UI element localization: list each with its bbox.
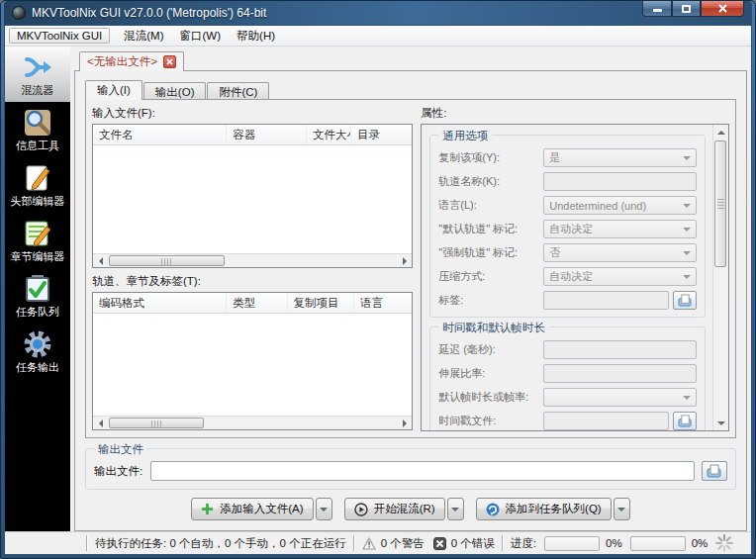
sidebar-item-job-output[interactable]: 任务输出 xyxy=(5,324,70,379)
scroll-thumb[interactable] xyxy=(109,418,204,428)
start-muxing-button[interactable]: 开始混流(R) xyxy=(344,498,445,520)
tags-field[interactable] xyxy=(543,291,669,310)
tab-close-button[interactable] xyxy=(163,55,176,68)
forced-track-flag-label: "强制轨道" 标记: xyxy=(438,245,543,260)
menu-help[interactable]: 帮助(H) xyxy=(229,27,283,46)
add-to-job-queue-button[interactable]: 添加到任务队列(Q) xyxy=(476,498,612,520)
warnings-count: 0 个警告 xyxy=(381,536,425,551)
tab-input[interactable]: 输入(I) xyxy=(85,80,142,100)
default-track-flag-label: "默认轨道" 标记: xyxy=(438,222,543,236)
input-tab-pane: 输入文件(F): 文件名 容器 文件大小 目录 xyxy=(85,99,736,438)
sidebar-item-chapter-editor[interactable]: 章节编辑器 xyxy=(5,213,70,268)
tracks-label: 轨道、章节及标签(T): xyxy=(92,274,413,289)
delay-field[interactable] xyxy=(543,340,697,359)
maximize-button[interactable] xyxy=(672,1,701,17)
timestamp-file-browse-button[interactable] xyxy=(673,412,697,430)
close-icon xyxy=(166,58,173,65)
app-window: MKVToolNix GUI v27.0.0 ('Metropolis') 64… xyxy=(0,0,756,559)
compression-label: 压缩方式: xyxy=(438,269,543,284)
language-select[interactable]: Undetermined (und) xyxy=(543,196,697,215)
files-table-header: 文件名 容器 文件大小 目录 xyxy=(93,125,412,145)
header-editor-icon xyxy=(22,162,53,194)
copy-item-select[interactable]: 是 xyxy=(543,148,697,167)
chevron-down-icon xyxy=(683,275,691,279)
busy-spinner-icon xyxy=(715,534,733,552)
scroll-right-button[interactable] xyxy=(397,254,412,267)
sidebar-item-multiplexer[interactable]: 混流器 xyxy=(5,47,70,102)
scroll-right-button[interactable] xyxy=(397,417,412,429)
input-files-label: 输入文件(F): xyxy=(92,106,413,121)
tab-attachments[interactable]: 附件(C) xyxy=(207,82,269,100)
copy-item-label: 复制该项(Y): xyxy=(438,150,543,165)
tracks-table-body[interactable] xyxy=(93,314,412,416)
scroll-track[interactable] xyxy=(108,254,397,267)
scroll-left-button[interactable] xyxy=(93,417,108,429)
sidebar-label: 混流器 xyxy=(6,84,69,96)
progress-label: 进度: xyxy=(511,536,536,551)
input-files-table: 文件名 容器 文件大小 目录 xyxy=(92,124,413,268)
menubar: MKVToolNix GUI 混流(M) 窗口(W) 帮助(H) xyxy=(5,26,751,47)
output-file-browse-button[interactable] xyxy=(702,461,727,481)
start-muxing-menu-button[interactable] xyxy=(447,498,464,520)
col-file-name[interactable]: 文件名 xyxy=(93,125,227,144)
sidebar-item-job-queue[interactable]: 任务队列 xyxy=(5,268,70,324)
sidebar-item-header-editor[interactable]: 头部编辑器 xyxy=(5,157,70,213)
menu-window[interactable]: 窗口(W) xyxy=(172,27,230,46)
col-codec[interactable]: 编码格式 xyxy=(93,293,227,313)
col-copy-item[interactable]: 复制项目 xyxy=(288,293,355,313)
stretch-field[interactable] xyxy=(543,364,697,383)
output-file-label: 输出文件: xyxy=(94,464,142,479)
chapter-editor-icon xyxy=(22,218,53,249)
add-source-files-button[interactable]: 添加输入文件(A) xyxy=(191,498,313,520)
add-source-files-menu-button[interactable] xyxy=(316,498,332,520)
tab-no-output-file[interactable]: <无输出文件> xyxy=(79,51,184,71)
group-title: 输出文件 xyxy=(94,442,147,457)
output-file-group: 输出文件 输出文件: xyxy=(85,448,736,490)
files-table-body[interactable] xyxy=(93,145,412,253)
stretch-label: 伸展比率: xyxy=(438,366,543,381)
statusbar-separator xyxy=(353,535,355,551)
pending-jobs-status: 待执行的任务: 0 个自动，0 个手动，0 个正在运行 xyxy=(95,536,346,551)
file-browse-icon xyxy=(678,294,693,307)
scroll-track[interactable] xyxy=(108,417,397,429)
close-button[interactable] xyxy=(701,1,744,17)
default-duration-select[interactable] xyxy=(543,388,697,407)
chevron-down-icon xyxy=(683,251,691,255)
tags-browse-button[interactable] xyxy=(673,291,697,310)
timestamp-file-field[interactable] xyxy=(543,412,669,430)
sidebar-label: 信息工具 xyxy=(6,140,69,151)
action-buttons: 添加输入文件(A) 开始混流(R) xyxy=(85,498,736,520)
statusbar-separator xyxy=(502,535,504,551)
default-track-flag-select[interactable]: 自动决定 xyxy=(543,220,697,238)
errors-count: 0 个错误 xyxy=(451,536,495,551)
chevron-down-icon xyxy=(683,396,691,400)
merge-inner-tabs: 输入(I) 输出(O) 附件(C) xyxy=(85,79,736,99)
error-icon xyxy=(433,537,446,550)
scroll-up-button[interactable] xyxy=(713,125,728,140)
progress-bar-current xyxy=(544,536,600,551)
minimize-button[interactable] xyxy=(642,1,672,17)
output-file-input[interactable] xyxy=(150,461,695,481)
add-to-job-queue-menu-button[interactable] xyxy=(614,498,630,520)
scroll-thumb[interactable] xyxy=(109,255,225,266)
tags-label: 标签: xyxy=(438,293,543,308)
chevron-down-icon xyxy=(617,508,625,512)
compression-select[interactable]: 自动决定 xyxy=(543,267,697,286)
scroll-down-button[interactable] xyxy=(713,416,728,430)
tracks-table-header: 编码格式 类型 复制项目 语言 xyxy=(93,293,412,314)
sidebar-item-info-tool[interactable]: 信息工具 xyxy=(5,102,70,157)
scroll-left-button[interactable] xyxy=(93,254,108,267)
col-language[interactable]: 语言 xyxy=(354,293,412,313)
col-container[interactable]: 容器 xyxy=(227,125,307,144)
track-name-field[interactable] xyxy=(543,172,697,191)
menu-multiplexer[interactable]: 混流(M) xyxy=(116,27,171,46)
menu-mkvtoolnix-gui[interactable]: MKVToolNix GUI xyxy=(9,28,110,44)
properties-panel: 通用选项 复制该项(Y): 是 xyxy=(421,124,729,431)
col-directory[interactable]: 目录 xyxy=(351,125,412,144)
scroll-track[interactable] xyxy=(713,140,728,416)
scroll-thumb[interactable] xyxy=(714,140,726,267)
forced-track-flag-select[interactable]: 否 xyxy=(543,243,697,262)
col-file-size[interactable]: 文件大小 xyxy=(307,125,351,144)
col-type[interactable]: 类型 xyxy=(227,293,287,313)
tab-output[interactable]: 输出(O) xyxy=(143,82,207,100)
